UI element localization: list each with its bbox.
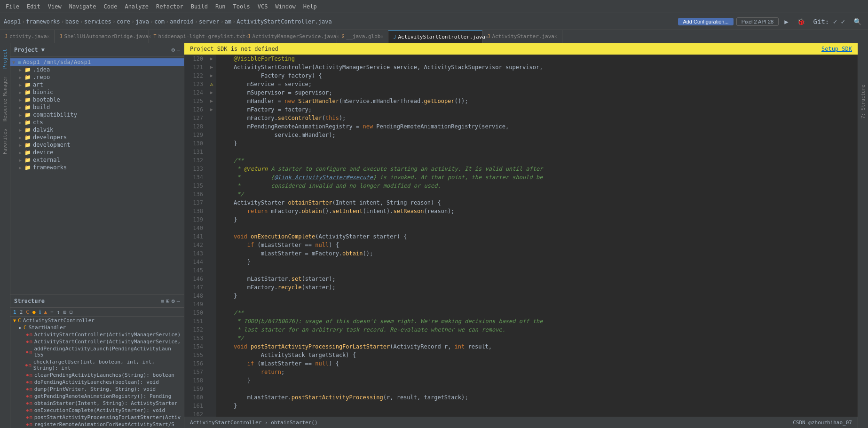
struct-btn-2[interactable]: 2	[19, 309, 24, 316]
expand-icon[interactable]: ▶	[19, 143, 24, 148]
tree-item-idea[interactable]: ▶ 📁 .idea	[10, 66, 184, 73]
breadcrumb-services[interactable]: services	[84, 18, 111, 25]
struct-item-register[interactable]: ● m registerRemoteAnimationForNextActivi…	[10, 421, 184, 428]
menu-window[interactable]: Window	[271, 2, 299, 11]
struct-item-poststart[interactable]: ● m postStartActivityProcessingForLastSt…	[10, 414, 184, 421]
project-tree[interactable]: ▼ ◼ Aosp1 /mnt/sda/Aosp1 ▶ 📁 .idea ▶ 📁 .…	[10, 56, 184, 294]
tab-hiddenapi[interactable]: T hiddenapi-light-greylist.txt ×	[149, 30, 243, 43]
struct-item-root[interactable]: ▼ C ActivityStartController	[10, 317, 184, 324]
menu-build[interactable]: Build	[187, 2, 212, 11]
left-tab-project[interactable]: Project	[1, 45, 8, 72]
tree-item-frameworks[interactable]: ▶ 📁 frameworks	[10, 164, 184, 171]
expand-icon[interactable]: ▶	[19, 150, 24, 155]
tree-item-art[interactable]: ▶ 📁 art	[10, 81, 184, 88]
search-button[interactable]: 🔍	[851, 17, 864, 26]
tab-activity-starter[interactable]: J ActivityStarter.java ×	[482, 30, 562, 43]
breadcrumb-android[interactable]: android	[170, 18, 194, 25]
class-expand-icon[interactable]: ▶	[19, 325, 22, 330]
tree-item-aosp1[interactable]: ▼ ◼ Aosp1 /mnt/sda/Aosp1	[10, 58, 184, 66]
code-content[interactable]: @VisibleForTesting ActivityStartControll…	[216, 55, 858, 417]
breadcrumb-core[interactable]: core	[117, 18, 130, 25]
struct-icon-info[interactable]: ℹ	[38, 309, 42, 316]
tab-ctivity-java[interactable]: J ctivity.java ×	[0, 30, 55, 43]
struct-icon-collapse[interactable]: ⊟	[69, 309, 74, 316]
tree-item-compatibility[interactable]: ▶ 📁 compatibility	[10, 111, 184, 119]
sidebar-collapse-icon[interactable]: —	[177, 47, 180, 53]
expand-icon[interactable]: ▶	[19, 67, 24, 72]
add-configuration-button[interactable]: Add Configuration...	[678, 18, 733, 25]
breadcrumb-am[interactable]: am	[225, 18, 231, 25]
tree-item-build[interactable]: ▶ 📁 build	[10, 103, 184, 111]
menu-navigate[interactable]: Navigate	[65, 2, 100, 11]
expand-icon[interactable]: ▶	[19, 90, 24, 95]
struct-item-constructor2[interactable]: ● m ActivityStartController(ActivityMana…	[10, 338, 184, 345]
breadcrumb-aosp1[interactable]: Aosp1	[4, 18, 21, 25]
breadcrumb-file[interactable]: ActivityStartController.java	[237, 18, 331, 25]
expand-icon[interactable]: ▶	[19, 135, 24, 140]
breadcrumb-java[interactable]: java	[135, 18, 149, 25]
struct-icon-p[interactable]: ●	[32, 309, 37, 316]
tab-shellui[interactable]: J ShellUiAutomatorBridge.java ×	[55, 30, 149, 43]
tab-activity-manager[interactable]: J ActivityManagerService.java ×	[243, 30, 337, 43]
breadcrumb-base[interactable]: base	[65, 18, 79, 25]
tab-close-icon[interactable]: ×	[47, 34, 50, 39]
tree-item-repo[interactable]: ▶ 📁 .repo	[10, 73, 184, 81]
tree-item-bootable[interactable]: ▶ 📁 bootable	[10, 96, 184, 103]
expand-icon[interactable]: ▶	[19, 82, 24, 87]
struct-icon-c[interactable]: C	[25, 309, 30, 316]
tab-activity-start-controller[interactable]: J ActivityStartController.java ×	[388, 30, 482, 43]
expand-icon[interactable]: ▶	[19, 97, 24, 103]
run-button[interactable]: ▶	[781, 17, 791, 26]
menu-code[interactable]: Code	[100, 2, 121, 11]
menu-tools[interactable]: Tools	[229, 2, 254, 11]
struct-item-dopending[interactable]: ● m doPendingActivityLaunches(boolean): …	[10, 379, 184, 386]
structure-sort-icon[interactable]: ≡	[161, 298, 164, 304]
menu-analyze[interactable]: Analyze	[121, 2, 152, 11]
expand-icon[interactable]: ▶	[19, 165, 24, 170]
breadcrumb-com[interactable]: com	[154, 18, 165, 25]
tree-item-dalvik[interactable]: ▶ 📁 dalvik	[10, 126, 184, 134]
expand-icon[interactable]: ▼	[12, 60, 17, 65]
debug-button[interactable]: 🐞	[794, 17, 808, 26]
struct-item-obtainstarter[interactable]: ● m obtainStarter(Intent, String): Activ…	[10, 400, 184, 407]
expand-icon[interactable]: ▶	[19, 112, 24, 118]
right-tab-structure[interactable]: 7: Structure	[860, 81, 867, 122]
struct-icon-expand[interactable]: ⊞	[62, 309, 67, 316]
struct-item-starthandler[interactable]: ▶ C StartHandler	[10, 324, 184, 331]
structure-close-icon[interactable]: —	[177, 298, 180, 304]
expand-icon[interactable]: ▶	[19, 120, 24, 125]
menu-view[interactable]: View	[44, 2, 65, 11]
left-tab-favorites[interactable]: Favorites	[1, 125, 8, 158]
struct-item-onexecution[interactable]: ● m onExecutionComplete(ActivityStarter)…	[10, 407, 184, 414]
struct-item-addpending[interactable]: ● m addPendingActivityLaunch(PendingActi…	[10, 345, 184, 358]
breadcrumb-frameworks[interactable]: frameworks	[26, 18, 60, 25]
menu-file[interactable]: File	[2, 2, 23, 11]
tree-item-bionic[interactable]: ▶ 📁 bionic	[10, 88, 184, 96]
expand-icon[interactable]: ▶	[19, 127, 24, 133]
tab-close-icon[interactable]: ×	[554, 34, 557, 39]
expand-icon[interactable]: ▶	[19, 158, 24, 163]
structure-filter-icon[interactable]: ⊞	[166, 298, 169, 304]
tree-item-development[interactable]: ▶ 📁 development	[10, 141, 184, 149]
device-selector-button[interactable]: Pixel 2 API 28	[736, 17, 779, 26]
tree-item-device[interactable]: ▶ 📁 device	[10, 149, 184, 156]
struct-item-checktarget[interactable]: ● m checkTargetUser(int, boolean, int, i…	[10, 358, 184, 372]
breadcrumb-server[interactable]: server	[199, 18, 219, 25]
menu-run[interactable]: Run	[212, 2, 229, 11]
tree-item-external[interactable]: ▶ 📁 external	[10, 156, 184, 164]
tree-item-cts[interactable]: ▶ 📁 cts	[10, 119, 184, 126]
struct-btn-1[interactable]: 1	[12, 309, 17, 316]
tab-java-glob[interactable]: G __java.glob ×	[337, 30, 389, 43]
structure-settings-icon[interactable]: ⚙	[172, 298, 175, 304]
left-tab-resource-manager[interactable]: Resource Manager	[1, 72, 8, 125]
menu-refactor[interactable]: Refactor	[152, 2, 187, 11]
struct-icon-sort[interactable]: ↕	[56, 309, 61, 316]
struct-item-getpending[interactable]: ● m getPendingRemoteAnimationRegistry():…	[10, 393, 184, 400]
menu-edit[interactable]: Edit	[23, 2, 44, 11]
menu-vcs[interactable]: VCS	[254, 2, 272, 11]
code-editor-area[interactable]: 120 121 122 123 124 125 126 127 128 129 …	[184, 55, 858, 417]
tree-item-developers[interactable]: ▶ 📁 developers	[10, 134, 184, 141]
struct-item-clearpending[interactable]: ● m clearPendingActivityLaunches(String)…	[10, 372, 184, 379]
struct-icon-filter[interactable]: ≡	[49, 309, 55, 316]
struct-item-dump[interactable]: ● m dump(PrintWriter, String, String): v…	[10, 386, 184, 393]
